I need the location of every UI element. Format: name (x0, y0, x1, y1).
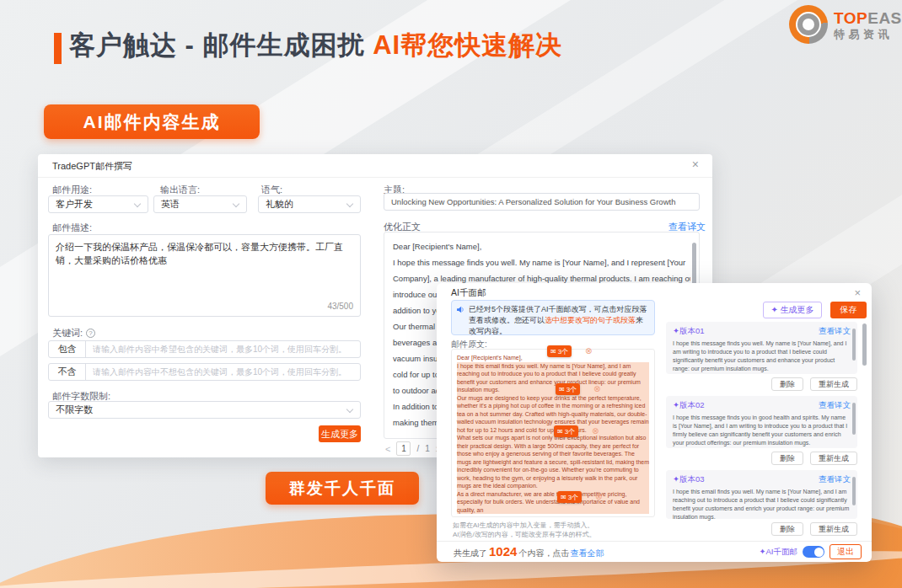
include-keywords-input[interactable] (86, 341, 360, 357)
envelope-icon: ✉ (557, 428, 563, 436)
variant-count-badge[interactable]: ✉3个 (556, 383, 580, 395)
purpose-label: 邮件用途: (52, 184, 92, 196)
tone-select[interactable]: 礼貌的 (258, 195, 361, 213)
delete-button[interactable]: 删除 (771, 452, 803, 465)
regenerate-button[interactable]: 重新生成 (810, 522, 857, 536)
keywords-label: 关键词: ? (52, 327, 95, 339)
help-icon[interactable]: ? (86, 329, 95, 338)
scrollbar-thumb[interactable] (852, 403, 856, 435)
sparkle-icon: ✦ (673, 326, 679, 335)
page-title-dark: 客户触达 - 邮件生成困扰 (69, 30, 365, 60)
email-paragraph-highlighted[interactable]: Our mugs are designed to keep your drink… (457, 394, 649, 435)
close-icon[interactable]: × (692, 158, 699, 170)
description-textarea[interactable]: 介绍一下我的保温杯产品，保温保冷都可以，容量大方便携带。工厂直销，大量采购的话价… (48, 234, 361, 317)
sparkle-icon: ✦ (673, 474, 679, 484)
delete-button[interactable]: 删除 (771, 522, 803, 536)
ai-variants-dialog: AI千面邮 × 已经对5个段落提供了AI千面邮改写，可点击对应段落查看或修改。您… (437, 283, 872, 562)
save-button[interactable]: 保存 (830, 302, 867, 318)
email-paragraph-highlighted[interactable]: What sets our mugs apart is not only the… (457, 434, 649, 490)
select-sentence-link[interactable]: 选中想要改写的句子或段落 (545, 316, 636, 324)
close-icon[interactable]: × (854, 286, 861, 299)
description-label: 邮件描述: (52, 222, 92, 234)
topease-logo: TOPEASE® 特易资讯 (789, 5, 902, 44)
email-paragraph-highlighted[interactable]: I hope this email finds you well. My nam… (457, 362, 649, 394)
regenerate-button[interactable]: 重新生成 (810, 452, 857, 465)
word-limit-select[interactable]: 不限字数 (48, 401, 361, 419)
subject-input[interactable] (384, 193, 700, 211)
include-label: 包含 (49, 341, 86, 357)
envelope-icon: ✉ (559, 386, 565, 393)
announcement-icon (456, 305, 465, 314)
version-card[interactable]: ✦版本01 查看译文 I hope this message finds you… (666, 322, 857, 374)
version-card[interactable]: ✦版本02 查看译文 I hope this message finds you… (666, 396, 857, 448)
badge-remove-icon[interactable]: ⊗ (595, 493, 602, 501)
ai-variants-dialog-title: AI千面邮 (451, 287, 486, 299)
char-counter: 43/500 (327, 300, 353, 313)
exclude-label: 不含 (49, 364, 86, 380)
language-label: 输出语言: (160, 184, 200, 196)
view-translation-link[interactable]: 查看译文 (819, 400, 851, 411)
generated-count: 1024 (488, 544, 518, 559)
sparkle-icon: ✦ (760, 547, 766, 556)
ai-variants-toggle-label: ✦AI千面邮 (760, 547, 797, 558)
exclude-keywords-input[interactable] (86, 364, 360, 380)
pager-prev-icon[interactable]: < (385, 444, 390, 454)
footnotes: 如需在AI生成的内容中加入变量，需手动插入。 AI润色/改写的内容，可能改变原有… (453, 521, 596, 539)
envelope-icon: ✉ (561, 494, 566, 501)
original-email-text[interactable]: Dear [Recipient's Name], I hope this ema… (451, 349, 655, 517)
email-paragraph-highlighted[interactable]: As a direct manufacturer, we are able to… (457, 490, 649, 515)
version-label: ✦版本03 (673, 474, 705, 485)
page-title-accent: AI帮您快速解决 (373, 30, 562, 60)
view-all-link[interactable]: 查看全部 (570, 548, 604, 559)
chevron-down-icon (134, 200, 141, 207)
badge-remove-icon[interactable]: ⊗ (593, 385, 600, 393)
version-label: ✦版本01 (673, 326, 705, 337)
variant-count-badge[interactable]: ✉3个 (547, 345, 572, 357)
badge-mass-send: 群发千人千面 (266, 472, 419, 505)
language-select[interactable]: 英语 (153, 195, 247, 213)
envelope-icon: ✉ (550, 348, 556, 355)
keywords-exclude-row: 不含 (48, 363, 361, 381)
chevron-down-icon (233, 200, 239, 207)
topease-logo-ring-icon (789, 5, 828, 44)
purpose-select[interactable]: 客户开发 (48, 195, 148, 213)
variant-count-badge[interactable]: ✉3个 (557, 491, 582, 503)
badge-remove-icon[interactable]: ⊗ (592, 427, 599, 436)
regenerate-button[interactable]: 重新生成 (810, 377, 857, 391)
sparkle-icon: ✦ (673, 400, 679, 409)
overlay-generate-more-button[interactable]: ✦ 生成更多 (763, 302, 822, 318)
badge-remove-icon[interactable]: ⊗ (585, 347, 592, 355)
delete-button[interactable]: 删除 (771, 377, 803, 391)
title-accent-bar (54, 33, 62, 64)
version-card[interactable]: ✦版本03 查看译文 I hope this email finds you w… (666, 470, 857, 519)
dialog-divider (38, 177, 712, 178)
logo-subtitle: 特易资讯 (834, 29, 902, 40)
scrollbar-thumb[interactable] (852, 477, 856, 505)
chevron-down-icon (346, 200, 353, 207)
variant-count-badge[interactable]: ✉3个 (554, 425, 578, 437)
version-text: I hope this email finds you well. My nam… (673, 488, 851, 521)
version-text: I hope this message finds you well. My n… (673, 339, 851, 373)
slide-background: 客户触达 - 邮件生成困扰 AI帮您快速解决 TOPEASE® 特易资讯 AI邮… (0, 0, 902, 588)
exit-button[interactable]: 退出 (830, 544, 862, 559)
pagination: < 1 / 1 > (385, 441, 441, 456)
generate-more-button[interactable]: 生成更多 (319, 425, 361, 442)
compose-dialog-title: TradeGPT邮件撰写 (52, 160, 132, 173)
badge-ai-email-generate: AI邮件内容生成 (44, 104, 260, 139)
view-translation-link[interactable]: 查看译文 (819, 474, 851, 485)
tone-label: 语气: (261, 184, 282, 196)
logo-wordmark: TOPEASE® (834, 10, 902, 26)
chevron-down-icon (346, 406, 353, 413)
ai-variants-toggle[interactable] (803, 546, 824, 558)
info-banner: 已经对5个段落提供了AI千面邮改写，可点击对应段落查看或修改。您还可以选中想要改… (451, 300, 655, 335)
version-label: ✦版本02 (673, 400, 705, 411)
pager-current-page[interactable]: 1 (396, 441, 411, 456)
sparkle-icon: ✦ (770, 305, 777, 314)
scrollbar-thumb[interactable] (862, 323, 867, 366)
page-title: 客户触达 - 邮件生成困扰 AI帮您快速解决 (69, 28, 562, 63)
version-text: I hope this message finds you in good he… (673, 414, 851, 447)
overlay-footer: 共生成了 1024 个内容，点击 查看全部 ✦AI千面邮 退出 (437, 542, 872, 562)
scrollbar-thumb[interactable] (852, 329, 856, 361)
view-translation-link[interactable]: 查看译文 (819, 326, 851, 337)
keywords-include-row: 包含 (48, 340, 361, 358)
